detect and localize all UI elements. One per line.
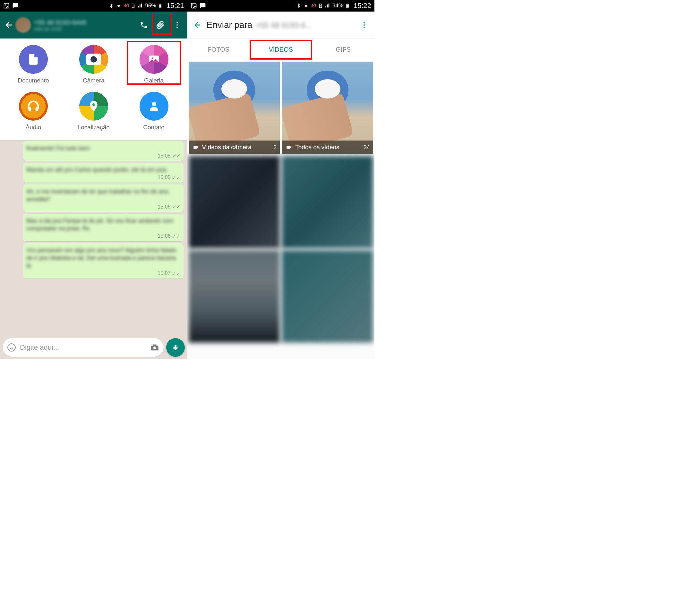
svg-point-23 xyxy=(364,26,365,28)
battery-percent: 94% xyxy=(332,3,343,9)
folder-count: 2 xyxy=(273,144,277,151)
phone-icon xyxy=(140,21,148,29)
message-bubble: finalmente! Foi tudo bem 15:05✓✓ xyxy=(23,141,184,161)
attach-location[interactable]: Localização xyxy=(63,92,124,131)
sim-icon: 1 xyxy=(131,3,135,9)
more-vert-icon xyxy=(173,21,181,29)
tab-fotos[interactable]: FOTOS xyxy=(187,38,250,60)
sim-icon: 1 xyxy=(318,3,323,9)
video-camera-icon xyxy=(285,144,293,150)
clock: 15:22 xyxy=(353,2,371,10)
image-icon xyxy=(148,53,160,66)
svg-point-22 xyxy=(364,24,365,26)
svg-rect-20 xyxy=(347,5,348,8)
network-indicator: 4G xyxy=(311,3,316,8)
svg-point-12 xyxy=(152,102,156,106)
attach-contact[interactable]: Contato xyxy=(124,92,184,131)
svg-rect-19 xyxy=(347,4,348,4)
paperclip-icon xyxy=(156,21,165,29)
arrow-left-icon xyxy=(193,20,202,30)
svg-rect-5 xyxy=(160,5,161,8)
document-icon xyxy=(27,53,40,66)
bluetooth-icon xyxy=(296,3,301,9)
gallery-recipient-blurred: +55 48 9193-6... xyxy=(256,21,312,30)
headphones-icon xyxy=(27,100,40,113)
video-folder-grid: Vídeos da câmera 2 Todos os vídeos 34 xyxy=(187,60,375,154)
message-bubble: Manda um alô pro Carlos quando puder, el… xyxy=(23,163,184,182)
svg-point-16 xyxy=(192,4,193,5)
video-folder-item[interactable]: Todos os vídeos 34 xyxy=(282,61,373,154)
svg-point-21 xyxy=(364,22,365,23)
video-camera-icon xyxy=(192,144,200,150)
folder-name: Vídeos da câmera xyxy=(202,144,252,151)
battery-icon xyxy=(158,3,162,9)
attach-gallery[interactable]: Galeria xyxy=(124,45,184,84)
attach-label: Câmera xyxy=(83,77,105,84)
attach-document[interactable]: Documento xyxy=(3,45,63,84)
svg-point-8 xyxy=(177,26,178,28)
attach-label: Contato xyxy=(143,124,165,131)
more-button[interactable] xyxy=(169,17,185,33)
video-folder-item[interactable] xyxy=(189,156,280,248)
tab-gifs[interactable]: GIFS xyxy=(312,38,375,60)
right-screenshot: 4G 1 94% 15:22 Enviar para +55 48 9193-6… xyxy=(187,0,375,359)
wifi-icon xyxy=(303,3,309,8)
bluetooth-icon xyxy=(109,3,114,9)
svg-text:1: 1 xyxy=(133,5,134,7)
chat-header: +55 48 9193-6449 visto às 14:50 xyxy=(0,12,187,38)
voice-button[interactable] xyxy=(166,338,185,357)
network-indicator: 4G xyxy=(124,3,129,8)
message-input[interactable]: Digite aqui... xyxy=(3,338,164,357)
mic-icon xyxy=(172,344,179,351)
tab-videos[interactable]: VÍDEOS xyxy=(250,38,312,60)
gallery-title: Enviar para xyxy=(207,20,253,30)
more-button[interactable] xyxy=(358,21,370,29)
attachment-panel: Documento Câmera Galeria Áudio xyxy=(0,38,187,140)
attach-audio[interactable]: Áudio xyxy=(3,92,63,131)
video-folder-item[interactable] xyxy=(282,156,373,248)
chat-icon xyxy=(200,3,206,9)
input-placeholder: Digite aqui... xyxy=(20,343,146,351)
signal-icon xyxy=(325,3,330,8)
attach-label: Localização xyxy=(78,124,110,131)
chat-messages: finalmente! Foi tudo bem 15:05✓✓ Manda u… xyxy=(0,140,187,282)
location-icon xyxy=(87,100,100,113)
svg-point-6 xyxy=(177,22,178,23)
back-button[interactable] xyxy=(3,20,15,30)
video-folder-item[interactable] xyxy=(189,250,280,343)
chat-icon xyxy=(12,3,19,9)
battery-percent: 95% xyxy=(145,3,156,9)
more-vert-icon xyxy=(360,21,368,29)
message-bubble: Vcs pensaram em algo pro ano novo? Algué… xyxy=(23,243,184,278)
video-folder-item[interactable] xyxy=(282,250,373,343)
contact-info[interactable]: +55 48 9193-6449 visto às 14:50 xyxy=(34,19,136,32)
svg-point-10 xyxy=(151,57,153,59)
battery-icon xyxy=(345,3,350,9)
attach-label: Áudio xyxy=(26,124,41,131)
attach-button[interactable] xyxy=(153,17,168,33)
attach-camera[interactable]: Câmera xyxy=(63,45,124,84)
status-bar: 4G 1 94% 15:22 xyxy=(187,0,375,12)
svg-point-7 xyxy=(177,24,178,26)
back-button[interactable] xyxy=(191,20,204,30)
attach-label: Galeria xyxy=(144,77,164,84)
clock: 15:21 xyxy=(166,2,184,10)
svg-point-14 xyxy=(153,346,156,349)
avatar[interactable] xyxy=(15,17,31,33)
wifi-icon xyxy=(115,3,122,8)
camera-input-icon[interactable] xyxy=(150,343,159,352)
folder-count: 34 xyxy=(364,144,370,151)
message-bubble: Mas a ida pra Floripa tá de pé. Só vou f… xyxy=(23,214,184,241)
gallery-picker-header: Enviar para +55 48 9193-6... xyxy=(187,12,375,38)
message-bubble: Ah, e me inventaram de ter que trabalhar… xyxy=(23,184,184,212)
status-bar: 4G 1 95% 15:21 xyxy=(0,0,187,12)
signal-icon xyxy=(137,3,143,8)
dimmed-content-area xyxy=(187,154,375,343)
emoji-icon[interactable] xyxy=(7,343,16,352)
arrow-left-icon xyxy=(4,20,14,30)
video-folder-item[interactable]: Vídeos da câmera 2 xyxy=(189,61,280,154)
person-icon xyxy=(148,100,160,113)
screenshot-icon xyxy=(190,3,197,9)
call-button[interactable] xyxy=(136,17,151,33)
attach-label: Documento xyxy=(18,77,49,84)
